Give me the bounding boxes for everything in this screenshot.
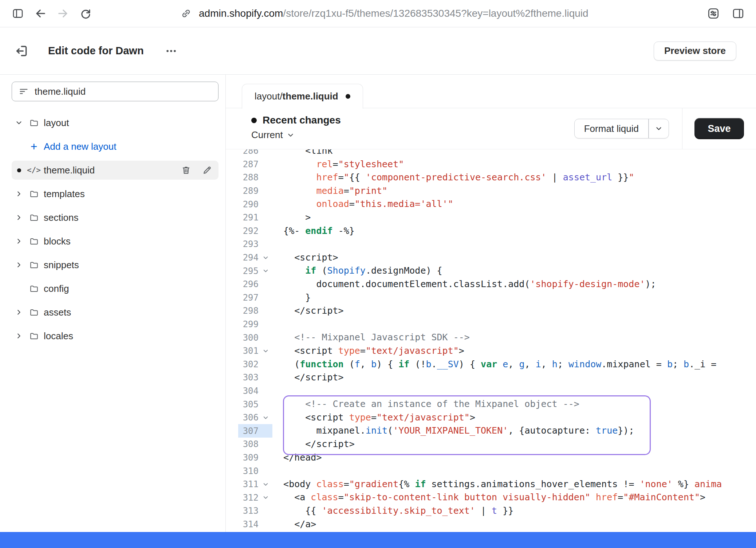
- code-line-302[interactable]: 302 (function (f, b) { if (!b.__SV) { va…: [226, 358, 756, 371]
- app-header: Edit code for Dawn Preview store: [0, 27, 756, 75]
- code-line-289[interactable]: 289 media="print": [226, 184, 756, 198]
- side-panel-toggle-icon[interactable]: [731, 7, 745, 20]
- more-options-button[interactable]: [165, 45, 177, 57]
- code-editor-pane: layout/theme.liquid Recent changes Curre…: [226, 75, 756, 532]
- line-number: 301: [226, 346, 259, 356]
- line-number: 291: [226, 212, 259, 223]
- line-number: 307: [226, 426, 259, 436]
- delete-file-button[interactable]: [181, 165, 192, 176]
- folder-icon: [26, 118, 42, 128]
- code-line-307[interactable]: 307 mixpanel.init('YOUR_MIXPANEL_TOKEN',…: [226, 424, 756, 438]
- line-number: 294: [226, 253, 259, 263]
- file-search-input[interactable]: [35, 86, 212, 97]
- tab-strip: layout/theme.liquid: [226, 75, 756, 108]
- tree-item-layout[interactable]: layout: [12, 113, 218, 132]
- line-number: 308: [226, 439, 259, 449]
- fold-chevron-icon[interactable]: [259, 481, 272, 488]
- code-line-314[interactable]: 314 </a>: [226, 518, 756, 531]
- fold-chevron-icon[interactable]: [259, 414, 272, 421]
- format-liquid-split-button: Format liquid: [574, 119, 669, 138]
- code-line-310[interactable]: 310: [226, 464, 756, 478]
- address-bar[interactable]: admin.shopify.com/store/rzq1xu-f5/themes…: [179, 7, 588, 20]
- tree-item-blocks[interactable]: blocks: [12, 232, 218, 251]
- line-number: 314: [226, 519, 259, 529]
- code-line-308[interactable]: 308 </script>: [226, 438, 756, 451]
- browser-window: admin.shopify.com/store/rzq1xu-f5/themes…: [0, 0, 756, 548]
- code-line-290[interactable]: 290 onload="this.media='all'": [226, 197, 756, 211]
- exit-icon[interactable]: [15, 44, 29, 58]
- tree-item-templates[interactable]: templates: [12, 184, 218, 203]
- chevron-right-icon: [12, 261, 26, 269]
- code-line-294[interactable]: 294 <script>: [226, 251, 756, 265]
- browser-back-icon[interactable]: [34, 7, 47, 20]
- folder-icon: [26, 331, 42, 341]
- code-line-311[interactable]: 311 <body class="gradient{% if settings.…: [226, 478, 756, 491]
- tree-item-config[interactable]: config: [12, 279, 218, 298]
- tree-item-theme-liquid[interactable]: </>theme.liquid: [12, 161, 218, 180]
- fold-chevron-icon[interactable]: [259, 254, 272, 261]
- tree-item-label: locales: [44, 330, 73, 342]
- fold-chevron-icon[interactable]: [259, 267, 272, 274]
- rename-file-button[interactable]: [202, 165, 213, 176]
- line-number: 312: [226, 493, 259, 503]
- tree-item-locales[interactable]: locales: [12, 326, 218, 345]
- code-file-icon: </>: [26, 166, 42, 175]
- code-line-286[interactable]: 286 <link: [226, 149, 756, 158]
- code-editor[interactable]: 286 <link287 rel="stylesheet"288 href="{…: [226, 149, 756, 532]
- browser-forward-icon: [56, 7, 70, 20]
- line-number: 298: [226, 306, 259, 316]
- format-options-chevron-icon[interactable]: [649, 119, 669, 138]
- code-line-309[interactable]: 309 </head>: [226, 451, 756, 465]
- code-line-293[interactable]: 293: [226, 238, 756, 251]
- preview-store-button[interactable]: Preview store: [654, 42, 736, 60]
- page-title: Edit code for Dawn: [48, 45, 144, 57]
- line-number: 311: [226, 479, 259, 489]
- code-line-296[interactable]: 296 document.documentElement.classList.a…: [226, 278, 756, 291]
- url-text: admin.shopify.com/store/rzq1xu-f5/themes…: [199, 8, 588, 19]
- line-number: 286: [226, 149, 259, 156]
- code-line-313[interactable]: 313 {{ 'accessibility.skip_to_text' | t …: [226, 504, 756, 518]
- code-line-301[interactable]: 301 <script type="text/javascript">: [226, 344, 756, 358]
- file-sidebar: layout+Add a new layout</>theme.liquidte…: [0, 75, 226, 532]
- tree-action-add-layout[interactable]: +Add a new layout: [12, 137, 218, 156]
- extensions-icon[interactable]: [706, 7, 720, 20]
- code-line-295[interactable]: 295 if (Shopify.designMode) {: [226, 264, 756, 278]
- code-line-312[interactable]: 312 <a class="skip-to-content-link butto…: [226, 491, 756, 504]
- code-line-306[interactable]: 306 <script type="text/javascript">: [226, 411, 756, 424]
- chevron-right-icon: [12, 237, 26, 245]
- format-liquid-button[interactable]: Format liquid: [575, 123, 648, 134]
- code-line-300[interactable]: 300 <!-- Mixpanel Javascript SDK -->: [226, 331, 756, 344]
- browser-sidebar-toggle-icon[interactable]: [11, 7, 25, 20]
- tree-item-label: assets: [44, 307, 71, 318]
- code-line-287[interactable]: 287 rel="stylesheet": [226, 158, 756, 171]
- tree-item-label: config: [44, 283, 69, 294]
- line-number: 299: [226, 319, 259, 329]
- folder-icon: [26, 260, 42, 270]
- code-line-297[interactable]: 297 }: [226, 291, 756, 305]
- file-search[interactable]: [12, 82, 218, 101]
- line-number: 287: [226, 159, 259, 169]
- tree-item-snippets[interactable]: snippets: [12, 255, 218, 274]
- folder-icon: [26, 213, 42, 223]
- browser-reload-icon[interactable]: [79, 7, 92, 20]
- code-line-298[interactable]: 298 </script>: [226, 304, 756, 318]
- code-line-305[interactable]: 305 <!-- Create an instance of the Mixpa…: [226, 398, 756, 411]
- line-number: 293: [226, 239, 259, 249]
- code-line-291[interactable]: 291 >: [226, 211, 756, 224]
- save-button[interactable]: Save: [694, 118, 744, 139]
- code-line-292[interactable]: 292 {%- endif -%}: [226, 224, 756, 238]
- tab-theme-liquid[interactable]: layout/theme.liquid: [242, 84, 363, 109]
- code-line-304[interactable]: 304: [226, 384, 756, 398]
- tree-item-label: blocks: [44, 236, 71, 247]
- code-line-303[interactable]: 303 </script>: [226, 371, 756, 384]
- fold-chevron-icon[interactable]: [259, 494, 272, 501]
- line-number: 296: [226, 279, 259, 289]
- tree-item-assets[interactable]: assets: [12, 303, 218, 322]
- chevron-right-icon: [12, 308, 26, 316]
- code-line-299[interactable]: 299: [226, 318, 756, 331]
- version-dropdown[interactable]: Current: [251, 129, 341, 141]
- tree-item-sections[interactable]: sections: [12, 208, 218, 227]
- fold-chevron-icon[interactable]: [259, 348, 272, 355]
- code-line-288[interactable]: 288 href="{{ 'component-predictive-searc…: [226, 171, 756, 184]
- recent-changes-label: Recent changes: [263, 114, 341, 126]
